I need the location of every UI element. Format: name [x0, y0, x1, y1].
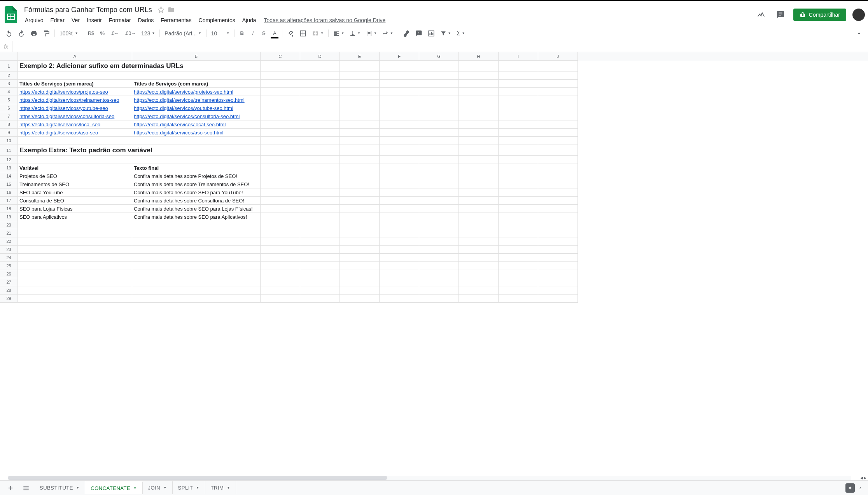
cell-G1[interactable] — [419, 61, 459, 71]
cell-H9[interactable] — [459, 129, 499, 137]
horizontal-align-icon[interactable]: ▼ — [331, 29, 346, 38]
cell-C13[interactable] — [261, 164, 300, 172]
cell-H20[interactable] — [459, 221, 499, 229]
row-header-1[interactable]: 1 — [0, 61, 18, 71]
cell-H6[interactable] — [459, 104, 499, 112]
cell-H16[interactable] — [459, 188, 499, 197]
cell-D22[interactable] — [300, 237, 340, 246]
select-all-corner[interactable] — [0, 52, 18, 61]
bold-icon[interactable]: B — [237, 28, 247, 38]
cell-H26[interactable] — [459, 270, 499, 278]
cell-F7[interactable] — [380, 112, 419, 120]
cell-A25[interactable] — [18, 262, 132, 270]
cell-I20[interactable] — [499, 221, 538, 229]
cell-B17[interactable]: Confira mais detalhes sobre Consultoria … — [132, 197, 261, 205]
cell-J2[interactable] — [538, 71, 578, 80]
row-header-17[interactable]: 17 — [0, 197, 18, 205]
cell-I22[interactable] — [499, 237, 538, 246]
side-panel-expand-icon[interactable]: ‹ — [856, 485, 865, 491]
cell-H19[interactable] — [459, 213, 499, 221]
cell-H22[interactable] — [459, 237, 499, 246]
cell-B14[interactable]: Confira mais detalhes sobre Projetos de … — [132, 172, 261, 180]
cell-J28[interactable] — [538, 286, 578, 295]
cell-J25[interactable] — [538, 262, 578, 270]
decrease-decimal-icon[interactable]: .0← — [108, 28, 121, 38]
row-header-21[interactable]: 21 — [0, 229, 18, 237]
cell-E14[interactable] — [340, 172, 380, 180]
cell-D27[interactable] — [300, 278, 340, 286]
cell-A27[interactable] — [18, 278, 132, 286]
cell-I23[interactable] — [499, 246, 538, 254]
cell-C16[interactable] — [261, 188, 300, 197]
cell-J11[interactable] — [538, 145, 578, 156]
cell-E11[interactable] — [340, 145, 380, 156]
cell-H28[interactable] — [459, 286, 499, 295]
cell-F17[interactable] — [380, 197, 419, 205]
column-header-b[interactable]: B — [132, 52, 261, 61]
cell-D10[interactable] — [300, 137, 340, 145]
cell-E21[interactable] — [340, 229, 380, 237]
fill-color-icon[interactable] — [285, 28, 296, 38]
cell-A2[interactable] — [18, 71, 132, 80]
cell-F15[interactable] — [380, 180, 419, 188]
undo-icon[interactable] — [3, 28, 15, 38]
cell-B28[interactable] — [132, 286, 261, 295]
row-header-27[interactable]: 27 — [0, 278, 18, 286]
cell-E29[interactable] — [340, 295, 380, 303]
cell-I19[interactable] — [499, 213, 538, 221]
row-header-23[interactable]: 23 — [0, 246, 18, 254]
cell-D17[interactable] — [300, 197, 340, 205]
cell-H8[interactable] — [459, 120, 499, 129]
cell-I25[interactable] — [499, 262, 538, 270]
cell-A8[interactable]: https://ecto.digital/servicos/local-seo — [18, 120, 132, 129]
column-header-h[interactable]: H — [459, 52, 499, 61]
cell-E2[interactable] — [340, 71, 380, 80]
cell-J14[interactable] — [538, 172, 578, 180]
cell-C29[interactable] — [261, 295, 300, 303]
cell-H2[interactable] — [459, 71, 499, 80]
cell-H13[interactable] — [459, 164, 499, 172]
cell-J27[interactable] — [538, 278, 578, 286]
column-header-f[interactable]: F — [380, 52, 419, 61]
cell-E20[interactable] — [340, 221, 380, 229]
cell-E18[interactable] — [340, 205, 380, 213]
cell-A28[interactable] — [18, 286, 132, 295]
cell-G18[interactable] — [419, 205, 459, 213]
menu-complementos[interactable]: Complementos — [196, 16, 238, 25]
cell-B15[interactable]: Confira mais detalhes sobre Treinamentos… — [132, 180, 261, 188]
text-wrap-icon[interactable]: ▼ — [364, 29, 379, 38]
cell-C15[interactable] — [261, 180, 300, 188]
cell-I4[interactable] — [499, 88, 538, 96]
chevron-down-icon[interactable]: ▼ — [163, 486, 166, 490]
cell-J21[interactable] — [538, 229, 578, 237]
cell-D21[interactable] — [300, 229, 340, 237]
cell-I26[interactable] — [499, 270, 538, 278]
cell-A19[interactable]: SEO para Aplicativos — [18, 213, 132, 221]
move-folder-icon[interactable] — [168, 6, 175, 13]
italic-icon[interactable]: I — [248, 28, 258, 38]
cell-F5[interactable] — [380, 96, 419, 104]
cell-H1[interactable] — [459, 61, 499, 71]
cell-C6[interactable] — [261, 104, 300, 112]
cell-C12[interactable] — [261, 156, 300, 164]
sheets-logo-icon[interactable] — [3, 7, 19, 23]
cell-J6[interactable] — [538, 104, 578, 112]
horizontal-scrollbar[interactable]: ◀ ▶ — [0, 475, 868, 480]
cell-H11[interactable] — [459, 145, 499, 156]
cell-F11[interactable] — [380, 145, 419, 156]
cell-B29[interactable] — [132, 295, 261, 303]
row-header-9[interactable]: 9 — [0, 129, 18, 137]
menu-dados[interactable]: Dados — [135, 16, 157, 25]
cell-E10[interactable] — [340, 137, 380, 145]
cell-F4[interactable] — [380, 88, 419, 96]
font-select[interactable]: Padrão (Ari...▼ — [162, 29, 203, 38]
cell-I7[interactable] — [499, 112, 538, 120]
cell-G6[interactable] — [419, 104, 459, 112]
cell-E23[interactable] — [340, 246, 380, 254]
cell-A18[interactable]: SEO para Lojas Físicas — [18, 205, 132, 213]
cell-I21[interactable] — [499, 229, 538, 237]
cell-B26[interactable] — [132, 270, 261, 278]
cell-F13[interactable] — [380, 164, 419, 172]
borders-icon[interactable] — [297, 28, 309, 38]
cell-F26[interactable] — [380, 270, 419, 278]
